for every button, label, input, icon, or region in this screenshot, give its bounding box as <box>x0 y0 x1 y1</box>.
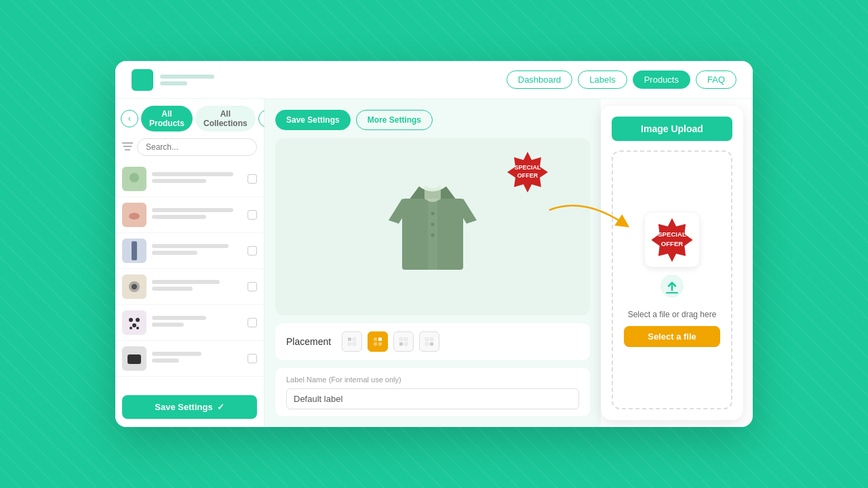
sidebar-tabs: ‹ All Products All Collections › <box>115 99 264 138</box>
product-line-1 <box>152 280 220 284</box>
nav-faq[interactable]: FAQ <box>696 70 736 89</box>
product-checkbox[interactable] <box>248 354 257 363</box>
more-settings-button[interactable]: More Settings <box>356 110 433 130</box>
select-file-button[interactable]: Select a file <box>624 326 720 347</box>
svg-rect-26 <box>374 338 377 341</box>
svg-point-4 <box>129 213 140 220</box>
main-content: ‹ All Products All Collections › <box>115 99 753 427</box>
product-checkbox[interactable] <box>248 210 257 220</box>
logo <box>132 69 214 91</box>
upload-text: Select a file or drag here <box>628 310 717 319</box>
logo-text <box>160 75 214 85</box>
svg-rect-33 <box>404 342 408 346</box>
svg-rect-32 <box>399 342 403 346</box>
placement-top-right[interactable] <box>368 331 388 352</box>
placement-top-left[interactable] <box>342 331 362 352</box>
svg-rect-36 <box>425 342 429 346</box>
product-line-2 <box>152 215 206 219</box>
nav-products[interactable]: Products <box>633 70 690 89</box>
product-line-2 <box>152 251 197 255</box>
product-line-1 <box>152 244 229 248</box>
label-name-title: Label Name (For internal use only) <box>286 375 579 384</box>
product-thumb <box>122 203 146 227</box>
filter-icon[interactable] <box>122 142 133 153</box>
shirt-image <box>385 173 480 281</box>
svg-rect-24 <box>348 342 351 346</box>
product-info <box>152 280 242 293</box>
sidebar-footer: Save Settings ✓ <box>115 387 264 427</box>
placement-section: Placement <box>275 323 590 360</box>
list-item[interactable] <box>115 305 264 341</box>
svg-rect-31 <box>404 338 408 341</box>
product-checkbox[interactable] <box>248 246 257 256</box>
list-item[interactable] <box>115 233 264 269</box>
product-info <box>152 316 242 329</box>
logo-line-2 <box>160 81 187 85</box>
svg-text:SPECIAL: SPECIAL <box>514 164 541 171</box>
product-thumb <box>122 239 146 263</box>
product-list <box>115 161 264 387</box>
placement-label: Placement <box>286 336 331 347</box>
product-checkbox[interactable] <box>248 318 257 327</box>
product-line-1 <box>152 208 233 212</box>
svg-point-8 <box>129 318 133 322</box>
product-info <box>152 172 242 186</box>
svg-rect-22 <box>348 338 351 341</box>
svg-rect-23 <box>353 338 356 341</box>
save-settings-sidebar-button[interactable]: Save Settings ✓ <box>122 395 257 419</box>
product-badge-overlay: SPECIAL OFFER <box>506 150 549 194</box>
sidebar: ‹ All Products All Collections › <box>115 99 264 427</box>
logo-line-1 <box>160 75 214 79</box>
product-line-1 <box>152 316 206 320</box>
placement-options <box>342 331 439 352</box>
svg-rect-37 <box>430 342 433 346</box>
placement-bottom-left[interactable] <box>393 331 414 352</box>
nav-labels[interactable]: Labels <box>578 70 627 89</box>
app-window: Dashboard Labels Products FAQ ‹ All Prod… <box>115 61 753 427</box>
svg-point-11 <box>130 327 132 329</box>
image-upload-button[interactable]: Image Upload <box>612 117 732 141</box>
svg-rect-5 <box>132 241 137 260</box>
nav-dashboard[interactable]: Dashboard <box>507 70 573 89</box>
placement-bottom-right[interactable] <box>419 331 439 352</box>
svg-text:OFFER: OFFER <box>517 172 538 179</box>
sidebar-prev-btn[interactable]: ‹ <box>121 110 138 127</box>
svg-point-10 <box>132 323 136 327</box>
product-thumb <box>122 346 146 371</box>
svg-rect-25 <box>353 342 356 346</box>
upload-icon <box>660 274 684 303</box>
logo-icon <box>132 69 153 91</box>
header: Dashboard Labels Products FAQ <box>115 61 753 99</box>
product-thumb <box>122 167 146 191</box>
right-panel: Image Upload SPECIAL OFFER <box>601 106 743 420</box>
top-actions: Save Settings More Settings <box>275 110 590 130</box>
nav-tabs: Dashboard Labels Products FAQ <box>507 70 736 89</box>
product-thumb <box>122 310 146 335</box>
svg-rect-34 <box>425 338 429 341</box>
label-name-section: Label Name (For internal use only) <box>275 368 590 416</box>
product-checkbox[interactable] <box>248 282 257 291</box>
svg-text:OFFER: OFFER <box>661 240 684 247</box>
product-checkbox[interactable] <box>248 174 257 184</box>
save-settings-button[interactable]: Save Settings <box>275 110 351 130</box>
list-item[interactable] <box>115 269 264 305</box>
checkmark-icon: ✓ <box>217 402 224 412</box>
search-input[interactable] <box>137 138 257 156</box>
list-item[interactable] <box>115 161 264 197</box>
product-line-2 <box>152 359 179 363</box>
list-item[interactable] <box>115 197 264 233</box>
tab-all-products[interactable]: All Products <box>141 106 193 131</box>
svg-rect-35 <box>430 338 433 341</box>
product-info <box>152 208 242 222</box>
label-name-input[interactable] <box>286 388 579 409</box>
product-info <box>152 352 242 365</box>
search-bar <box>115 138 264 161</box>
svg-rect-27 <box>378 338 382 341</box>
svg-rect-30 <box>399 338 403 341</box>
list-item[interactable] <box>115 341 264 377</box>
badge-preview: SPECIAL OFFER <box>645 213 699 267</box>
upload-area[interactable]: SPECIAL OFFER Select a file or drag here… <box>612 150 732 409</box>
tab-all-collections[interactable]: All Collections <box>195 106 256 131</box>
svg-rect-28 <box>374 342 377 346</box>
svg-point-17 <box>431 222 435 226</box>
